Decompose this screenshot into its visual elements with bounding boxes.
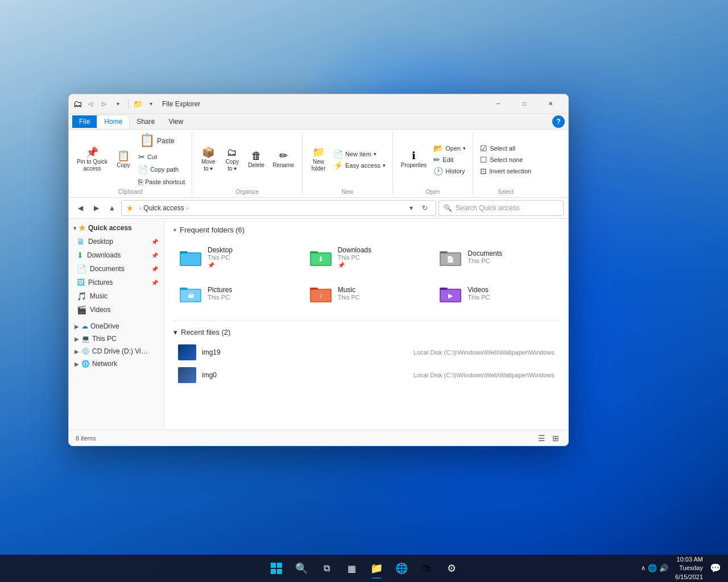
address-chevron-1: › — [139, 205, 141, 211]
documents-folder-name: Documents — [468, 250, 553, 257]
tab-view[interactable]: View — [162, 115, 190, 128]
copy-button[interactable]: 📋 Copy — [112, 148, 135, 171]
tray-volume-icon[interactable]: 🔊 — [659, 564, 668, 572]
content-area: ▾ Frequent folders (6) Desk — [164, 219, 568, 430]
cut-label: Cut — [147, 153, 157, 160]
taskbar-edge-button[interactable]: 🌐 — [390, 557, 413, 580]
sidebar-item-onedrive[interactable]: ▶ ☁ OneDrive — [70, 319, 163, 331]
taskbar-search-button[interactable]: 🔍 — [290, 557, 313, 580]
quick-access-expand[interactable]: ▾ ★ Quick access — [69, 221, 164, 235]
quick-access-arrow: ▾ — [73, 225, 76, 231]
taskbar-store-button[interactable]: 🛍 — [415, 557, 438, 580]
tab-home[interactable]: Home — [97, 115, 130, 128]
list-view-button[interactable]: ☰ — [536, 433, 548, 444]
start-button[interactable] — [265, 557, 288, 580]
invert-selection-button[interactable]: ⊡ Invert selection — [478, 165, 533, 177]
tray-network-icon[interactable]: 🌐 — [648, 564, 657, 572]
refresh-button[interactable]: ↻ — [419, 202, 431, 214]
maximize-button[interactable]: □ — [511, 94, 537, 114]
svg-text:▶: ▶ — [448, 292, 453, 299]
organize-group-label: Organize — [235, 189, 259, 195]
ribbon-group-organize: 📦 Move to ▾ 🗂 Copy to ▾ 🗑 Delete ✏ Renam… — [192, 132, 303, 195]
sidebar-item-downloads[interactable]: ⬇ Downloads 📌 — [70, 248, 163, 262]
notification-button[interactable]: 💬 — [710, 563, 721, 573]
delete-button[interactable]: 🗑 Delete — [245, 148, 268, 171]
titlebar-nav-2[interactable]: ▷ — [98, 98, 110, 110]
rename-button[interactable]: ✏ Rename — [269, 148, 297, 171]
pictures-folder-icon: 🏔 — [179, 282, 202, 305]
music-folder-icon: ♪ — [309, 282, 332, 305]
onedrive-icon: ☁ — [81, 322, 88, 330]
videos-folder-info: Videos This PC — [468, 286, 553, 301]
select-none-button[interactable]: ☐ Select none — [478, 154, 533, 165]
svg-text:⬇: ⬇ — [318, 255, 324, 263]
easy-access-button[interactable]: ⚡ Easy access ▾ — [331, 160, 388, 171]
frequent-folders-header[interactable]: ▾ Frequent folders (6) — [173, 226, 559, 234]
new-item-button[interactable]: 📄 New item ▾ — [331, 148, 388, 160]
img19-thumb — [178, 344, 196, 360]
folder-item-documents[interactable]: 📄 Documents This PC — [433, 241, 559, 273]
recent-arrow: ▾ — [173, 328, 177, 336]
taskbar-settings-button[interactable]: ⚙ — [440, 557, 463, 580]
sidebar-item-documents[interactable]: 📄 Documents 📌 — [70, 262, 163, 276]
img0-path: Local Disk (C:\)\Windows\Web\Wallpaper\W… — [413, 372, 555, 379]
titlebar-nav-3[interactable]: ▾ — [112, 98, 123, 110]
sidebar-item-network[interactable]: ▶ 🌐 Network — [70, 356, 163, 369]
music-icon: 🎵 — [77, 292, 86, 301]
downloads-folder-sub: This PC — [338, 254, 424, 261]
file-item-img0[interactable]: img0 Local Disk (C:\)\Windows\Web\Wallpa… — [173, 364, 559, 386]
sidebar-item-music[interactable]: 🎵 Music — [70, 289, 163, 303]
help-button[interactable]: ? — [552, 115, 565, 128]
open-arrow: ▾ — [463, 146, 466, 151]
sidebar-item-desktop[interactable]: 🖥 Desktop 📌 — [70, 235, 163, 248]
titlebar-nav-1[interactable]: ◁ — [85, 98, 96, 110]
new-folder-button[interactable]: 📁 New folder — [307, 145, 330, 174]
forward-button[interactable]: ▶ — [89, 201, 103, 215]
up-button[interactable]: ▲ — [105, 201, 119, 215]
taskbar-fileexplorer-button[interactable]: 📁 — [365, 557, 388, 580]
sidebar-item-pictures[interactable]: 🖼 Pictures 📌 — [70, 276, 163, 289]
minimize-button[interactable]: ─ — [485, 94, 511, 114]
properties-button[interactable]: ℹ Properties — [398, 148, 431, 171]
titlebar-nav-4[interactable]: ▾ — [145, 98, 156, 110]
taskbar-taskview-button[interactable]: ⧉ — [315, 557, 338, 580]
copy-to-button[interactable]: 🗂 Copy to ▾ — [221, 145, 243, 174]
clock[interactable]: 10:03 AM Tuesday 6/15/2021 — [673, 555, 705, 581]
folder-item-videos[interactable]: ▶ Videos This PC — [433, 277, 559, 309]
sidebar-item-cddrive[interactable]: ▶ 💿 CD Drive (D:) Virtuall — [70, 344, 163, 356]
select-all-button[interactable]: ☑ Select all — [478, 143, 533, 154]
sidebar-item-videos[interactable]: 🎬 Videos — [70, 303, 163, 317]
close-button[interactable]: ✕ — [537, 94, 564, 114]
address-bar[interactable]: ★ › Quick access › ▾ ↻ — [121, 200, 436, 216]
tray-chevron[interactable]: ∧ — [641, 564, 646, 572]
ribbon-group-new: 📁 New folder 📄 New item ▾ ⚡ Easy access … — [303, 132, 393, 195]
select-none-label: Select none — [490, 156, 523, 163]
grid-view-button[interactable]: ⊞ — [550, 433, 561, 444]
history-button[interactable]: 🕐 History — [431, 165, 468, 177]
move-to-button[interactable]: 📦 Move to ▾ — [197, 145, 220, 174]
sidebar-item-thispc[interactable]: ▶ 💻 This PC — [70, 331, 163, 344]
paste-button[interactable]: 📋 Paste — [136, 132, 187, 150]
tab-share[interactable]: Share — [130, 115, 162, 128]
folder-item-downloads[interactable]: ⬇ Downloads This PC 📌 — [304, 241, 429, 273]
pin-to-quick-access-button[interactable]: 📌 Pin to Quick access — [73, 145, 111, 174]
recent-files-header[interactable]: ▾ Recent files (2) — [173, 321, 559, 336]
search-box[interactable]: 🔍 Search Quick access — [439, 200, 564, 216]
paste-shortcut-button[interactable]: ⎘ Paste shortcut — [136, 176, 187, 188]
thispc-arrow: ▶ — [75, 336, 79, 342]
address-dropdown-button[interactable]: ▾ — [405, 202, 417, 214]
folder-item-pictures[interactable]: 🏔 Pictures This PC — [173, 277, 299, 309]
folder-item-desktop[interactable]: Desktop This PC 📌 — [173, 241, 299, 273]
cut-button[interactable]: ✂ Cut — [136, 151, 187, 163]
tab-file[interactable]: File — [72, 115, 97, 128]
folder-item-music[interactable]: ♪ Music This PC — [304, 277, 429, 309]
open-button[interactable]: 📂 Open ▾ — [431, 143, 468, 154]
back-button[interactable]: ◀ — [73, 201, 87, 215]
easy-access-label: Easy access — [345, 162, 380, 169]
new-folder-icon: 📁 — [312, 147, 325, 157]
file-item-img19[interactable]: img19 Local Disk (C:\)\Windows\Web\Wallp… — [173, 341, 559, 364]
edit-button[interactable]: ✏ Edit — [431, 154, 468, 165]
copy-path-button[interactable]: 📄 Copy path — [136, 164, 187, 175]
taskbar-widgets-button[interactable]: ▦ — [340, 557, 363, 580]
documents-folder-sub: This PC — [468, 257, 553, 264]
